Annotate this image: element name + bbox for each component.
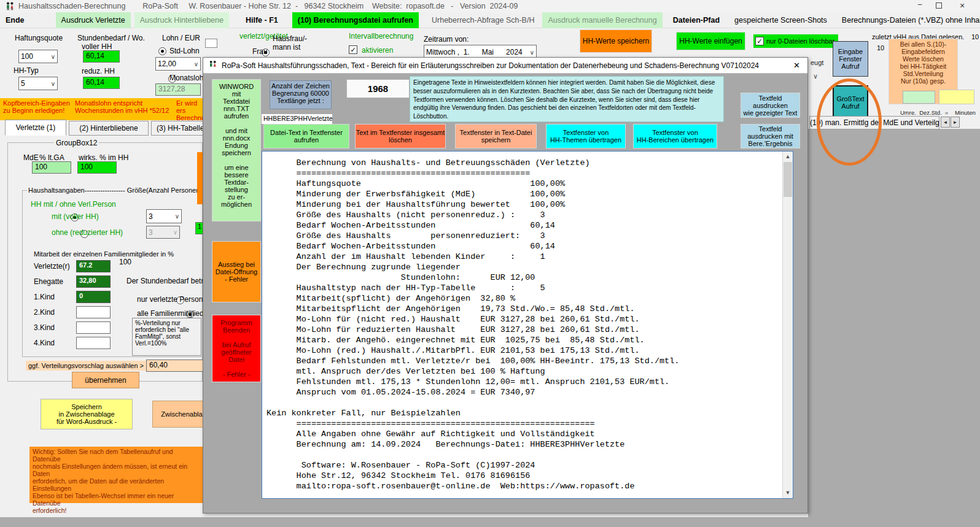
row-label-ehegatte: Ehegatte [34,277,63,286]
yellow-swatch [939,90,974,104]
green-swatch [903,91,935,104]
menu-hilfe[interactable]: Hilfe - F1 [240,12,284,28]
calculation-text[interactable]: Berechnung von Haushalts- und Betreuungs… [262,152,782,497]
menu-vbz-loeschen[interactable]: Berechnungs-Dateien (*.VBZ) ohne Inhalt … [836,12,980,28]
hh-typ-combo[interactable]: 5 ∨ [18,77,58,90]
scroll-down-icon[interactable]: ▼ [783,488,793,498]
row-field-ehegatte[interactable]: 32,80 [76,275,111,288]
kopf-info-bar: Kopfbereich-Eingaben zu Beginn erledigen… [0,98,203,120]
std-lohn-value: 12,00 [158,60,176,68]
tab-hinterbliebene[interactable]: (2) Hinterbliebene [69,121,149,136]
dialog-close-icon[interactable]: ✕ [793,61,800,70]
vertical-scrollbar[interactable]: ▲ ▼ [782,152,793,498]
app-window: { "icons": { "chevron": "∨", "check": "✓… [0,0,980,527]
minimize-icon[interactable]: – [909,0,931,11]
eingabe-fenster-button[interactable]: Eingabe Fenster Aufruf [833,41,868,77]
scroll-up-icon[interactable]: ▲ [783,152,793,162]
mde-field[interactable]: 100 [32,161,71,174]
nur-0-dateien-checkbox[interactable]: ✓ [755,37,764,45]
umrechnung-label: Umre. Dez.Std. = Minuten [900,109,976,116]
print-as-shown-button[interactable]: Textfeld ausdrucken wie gezeigter Text [741,93,800,118]
hh-typ-label: HH-Typ [14,66,39,75]
wichtig-warning-box: Wichtig: Sollten Sie nach dem Tabellenau… [29,447,203,503]
monatslohn-label: Monatslohn [169,74,208,82]
hh-werte-einfuegen-button[interactable]: HH-Werte einfügen [676,32,745,50]
row-label-kind4: 4.Kind [34,339,55,347]
programm-beenden-button[interactable]: Programm Beenden bei Aufruf geöffneter D… [212,315,261,382]
lohn-label: Lohn / EUR [162,34,200,42]
ausstieg-fehler-button[interactable]: Ausstieg bei Datei-Öffnung - Fehler [212,241,261,302]
verteilungsvorschlag-field[interactable]: 60,40 [146,360,204,372]
verteilungsvorschlag-label: ggf. Verteilungsvorschlag auswählen > [26,361,146,371]
maximize-icon[interactable] [936,2,942,9]
tab-man-ermittlung[interactable]: (10) man. Ermittlg der MdE und Verteilg … [809,116,939,129]
hundred-label: 100 [119,258,131,266]
menu-ausdruck-verletzte[interactable]: Ausdruck Verletzte [56,12,131,28]
row-label-kind3: 3.Kind [34,323,55,332]
close-icon[interactable]: × [953,1,971,12]
row-field-verletzte[interactable]: 67.2 [76,260,111,272]
row-label-kind2: 2.Kind [34,308,55,317]
tab-scroll-left-icon[interactable]: ◄ [941,117,950,128]
menu-ausdruck-manuell[interactable]: Ausdruck manuelle Berechnung [542,12,662,28]
groesse-ohne-value: 3 [149,228,153,237]
std-lohn-radio[interactable] [158,47,166,55]
hh-werte-speichern-button[interactable]: HH-Werte speichern [580,29,652,53]
fragment-eugt: eugt [811,59,823,66]
monatslohn-field[interactable]: 3127,28 [155,83,201,96]
row-field-kind4[interactable] [76,337,111,349]
textlaenge-count: 1968 [346,79,410,98]
alle-fam-label: alle Familienmitglieder [137,309,210,318]
voller-hh-field[interactable]: 60,14 [83,50,120,63]
speichern-zwischenablage-button[interactable]: Speichern in Zwischenablage für Word-Aus… [41,399,133,429]
scrollbar-thumb[interactable] [784,162,792,197]
text-dialog: RoPa-Soft Haushaltsführungsschaden, Text… [203,57,808,514]
groesse-ohne-combo[interactable]: 3 ∨ [146,226,180,239]
wirks-field[interactable]: 100 [77,161,117,174]
transfer-themen-button[interactable]: Textfenster von HH-Themen übertragen [546,124,626,148]
chevron-down-icon: ∨ [50,80,55,87]
menu-dateien-pfad[interactable]: Dateien-Pfad [667,12,725,28]
groesse-mit-combo[interactable]: 3 ∨ [146,209,182,223]
std-lohn-combo[interactable]: 12,00 ∨ [155,57,201,71]
reduz-hh-field[interactable]: 60,14 [83,77,120,89]
text-area[interactable]: Berechnung von Haushalts- und Betreuungs… [262,151,793,499]
print-with-result-button[interactable]: Textfeld ausdrucken mit Bere.'Ergebnis [741,124,800,148]
fragment-chevron: ∨ [813,72,818,80]
row-field-kind1[interactable]: 0 [76,291,111,303]
frau-label: Frau [252,47,268,56]
menu-ende[interactable]: Ende [0,12,30,28]
hausfrau-label: Hausfrau/- mann ist [273,34,307,52]
window-title: Haushaltsschaden-Berechnung RoPa-Soft W.… [18,2,518,10]
menu-ausdruck-hinterbliebene[interactable]: Ausdruck Hinterbliebene [134,12,229,28]
haftungsquote-combo[interactable]: 100 ∨ [18,50,58,63]
workspace-background [808,129,980,527]
haftungsquote-value: 100 [21,52,33,61]
tab-scroll-right-icon[interactable]: ► [951,117,960,128]
betrifft-label: Der Stundenbedarf betrifft [126,277,211,285]
winword-panel[interactable]: WINWORD mit Textdatei nnn.TXT aufrufen u… [212,79,261,221]
titlebar: Haushaltsschaden-Berechnung RoPa-Soft W.… [0,0,980,12]
verteilung-note: %-Verteilung nur erforderlich bei "alle … [132,318,201,356]
transfer-bereiche-button[interactable]: Textfenster von HH-Bereichen übertragen [633,124,717,148]
tab-verletzte[interactable]: Verletzte (1) [5,120,66,136]
haushaltsangaben-label: Haushaltsangaben------------------ Größe… [27,187,201,194]
menu-berechnungsdatei[interactable]: (10) Berechnungsdatei aufrufen [292,12,419,28]
zeitraum-label: Zeitraum von: [424,35,469,44]
menu-urheberrecht[interactable]: Urheberrech-Abfrage Sch-B/H [426,12,540,28]
dialog-titlebar[interactable]: RoPa-Soft Haushaltsführungsschaden, Text… [203,58,807,74]
aktivieren-checkbox[interactable]: ✓ [349,45,357,54]
zeichen-begrenzung-box: Anzahl der Zeichen Begrenzung 60000 Text… [270,80,332,109]
blank-checkbox[interactable] [205,39,217,48]
zuletzt-vhh-number: 10 [971,33,979,40]
grosstext-aufruf-button[interactable]: GroßText Aufruf [833,85,868,120]
row-field-kind2[interactable] [76,306,111,318]
uebernehmen-button[interactable]: übernehmen [72,372,139,388]
clear-textwindow-button[interactable]: Text im Textfenster insgesamt löschen [355,124,446,148]
std-lohn-label: Std-Lohn [169,47,200,55]
menu-screenshots[interactable]: gespeicherte Screen-Shots [729,12,833,28]
save-to-file-button[interactable]: Textfenster in Text-Datei speichern [455,124,537,148]
load-file-text-button[interactable]: Datei-Text in Textfenster aufrufen [263,124,349,148]
nur-0-dateien-group: ✓ nur 0-Dateien löschbar [753,34,838,48]
row-field-kind3[interactable] [76,321,111,334]
